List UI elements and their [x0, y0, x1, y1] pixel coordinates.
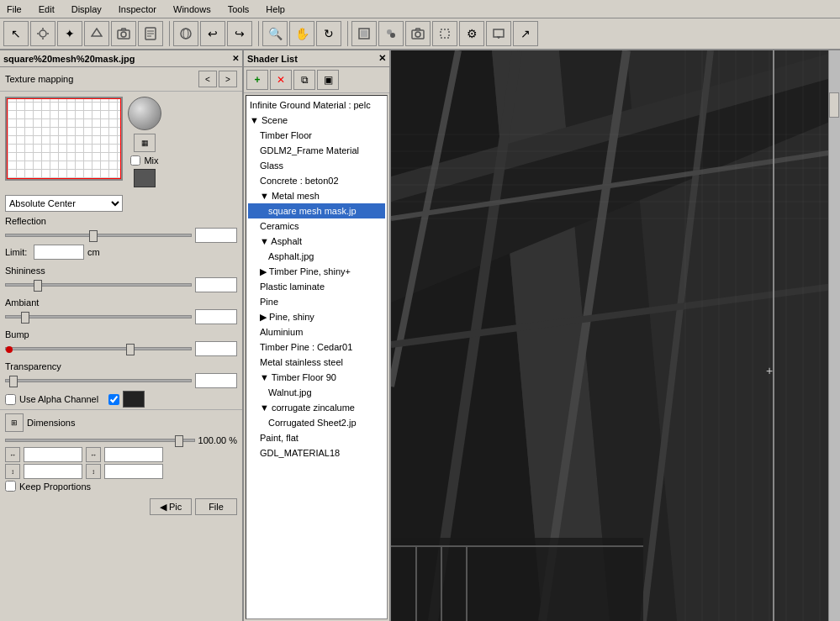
- camera-tool-button[interactable]: [111, 21, 136, 46]
- bump-dot: [6, 346, 13, 353]
- bump-thumb[interactable]: [126, 344, 135, 355]
- settings-button[interactable]: ⚙: [459, 21, 484, 46]
- tree-item-19[interactable]: Walnut.jpg: [248, 385, 385, 400]
- pointer-tool-button[interactable]: ↖: [3, 21, 29, 46]
- nav-prev-button[interactable]: <: [198, 71, 217, 87]
- alpha-checkbox2[interactable]: [108, 394, 119, 405]
- dim-height2-input[interactable]: 20.00 cm: [104, 464, 163, 479]
- svg-rect-21: [494, 29, 504, 37]
- render-button[interactable]: [351, 21, 377, 46]
- pan-button[interactable]: ✋: [289, 21, 314, 46]
- shininess-row: 2.00: [5, 277, 237, 292]
- crop-button[interactable]: [432, 21, 457, 46]
- redo-button[interactable]: ↪: [227, 21, 252, 46]
- v-scrollbar-thumb[interactable]: [829, 92, 839, 118]
- transparency-input[interactable]: 0.00: [195, 373, 237, 388]
- tree-item-6[interactable]: ▼ Metal mesh: [248, 188, 385, 203]
- tree-item-4[interactable]: Glass: [248, 158, 385, 173]
- bump-slider[interactable]: [5, 347, 192, 350]
- pic-button[interactable]: ◀ Pic: [150, 498, 192, 515]
- menu-tools[interactable]: Tools: [225, 3, 253, 16]
- shininess-input[interactable]: 2.00: [195, 277, 237, 292]
- reflection-thumb[interactable]: [89, 230, 98, 242]
- reflection-slider[interactable]: [5, 234, 192, 237]
- mix-checkbox[interactable]: [130, 155, 140, 166]
- shininess-thumb[interactable]: [34, 280, 42, 292]
- tree-item-7[interactable]: square mesh mask.jp: [248, 203, 385, 218]
- tree-item-label-21: Corrugated Sheet2.jp: [268, 416, 357, 429]
- dim-width2-input[interactable]: 00.00 cm: [104, 447, 163, 462]
- snapshot-button[interactable]: [405, 21, 431, 46]
- menu-windows[interactable]: Windows: [170, 3, 214, 16]
- tree-item-1[interactable]: ▼ Scene: [248, 113, 385, 128]
- zoom-button[interactable]: 🔍: [262, 21, 288, 46]
- bump-input[interactable]: 1: [195, 341, 237, 356]
- tree-item-5[interactable]: Concrete : beton02: [248, 173, 385, 188]
- tree-item-13[interactable]: Pine: [248, 294, 385, 309]
- material-button[interactable]: [378, 21, 404, 46]
- menu-help[interactable]: Help: [262, 3, 288, 16]
- orbit-tool-button[interactable]: [173, 21, 198, 46]
- ambient-slider[interactable]: [5, 315, 192, 318]
- bump-row: 1: [5, 341, 237, 356]
- tree-item-20[interactable]: ▼ corrugate zincalume: [248, 400, 385, 415]
- svg-rect-20: [441, 29, 449, 38]
- mapping-dropdown[interactable]: Absolute Center Stretch Tile Mirror: [5, 195, 123, 212]
- ambient-input[interactable]: 0.06: [195, 309, 237, 324]
- reflection-input[interactable]: 56.00: [195, 228, 237, 243]
- shader-close-button[interactable]: ✕: [378, 53, 386, 64]
- keep-proportions-checkbox[interactable]: [5, 481, 16, 492]
- tree-item-14[interactable]: ▶ Pine, shiny: [248, 309, 385, 324]
- alpha-checkbox[interactable]: [5, 394, 16, 405]
- export-button[interactable]: ↗: [513, 21, 538, 46]
- menu-file[interactable]: File: [3, 3, 25, 16]
- menu-display[interactable]: Display: [68, 3, 105, 16]
- tree-item-2[interactable]: Timber Floor: [248, 128, 385, 143]
- left-panel-close[interactable]: ✕: [232, 54, 239, 63]
- sun-tool-button[interactable]: ✦: [57, 21, 82, 46]
- tree-item-16[interactable]: Timber Pine : Cedar01: [248, 339, 385, 355]
- rotate-button[interactable]: ↻: [316, 21, 341, 46]
- tree-item-8[interactable]: Ceramics: [248, 218, 385, 234]
- menu-edit[interactable]: Edit: [35, 3, 58, 16]
- document-tool-button[interactable]: [138, 21, 163, 46]
- light-tool-button[interactable]: [30, 21, 55, 46]
- small-btn-1[interactable]: ▦: [134, 134, 156, 152]
- transparency-slider[interactable]: [5, 379, 192, 382]
- transparency-thumb[interactable]: [9, 376, 18, 387]
- tree-item-11[interactable]: ▶ Timber Pine, shiny+: [248, 264, 385, 279]
- dim-width1-input[interactable]: 00.00 cm: [24, 447, 82, 462]
- shader-delete-button[interactable]: ✕: [270, 70, 292, 90]
- dimensions-thumb[interactable]: [175, 435, 183, 447]
- tree-item-3[interactable]: GDLM2_Frame Material: [248, 143, 385, 158]
- dimensions-section: ⊞ Dimensions 100.00 % ↔ 00.00 cm ↔ 00.00…: [0, 409, 242, 495]
- color-swatch[interactable]: [134, 169, 156, 187]
- tree-item-9[interactable]: ▼ Asphalt: [248, 234, 385, 249]
- shininess-slider[interactable]: [5, 283, 192, 287]
- limit-input[interactable]: 0.00: [34, 245, 84, 260]
- undo-button[interactable]: ↩: [200, 21, 225, 46]
- display-button[interactable]: [486, 21, 511, 46]
- v-scrollbar[interactable]: [828, 50, 840, 621]
- width-icon2: ↔: [86, 447, 101, 462]
- dim-height1-input[interactable]: 20.00 cm: [24, 464, 82, 479]
- tree-item-10[interactable]: Asphalt.jpg: [248, 249, 385, 264]
- file-button[interactable]: File: [195, 498, 237, 515]
- tree-item-15[interactable]: Aluminium: [248, 324, 385, 339]
- shader-duplicate-button[interactable]: ⧉: [293, 70, 315, 90]
- nav-next-button[interactable]: >: [219, 71, 237, 87]
- texture-preview-area: ▦ Mix: [0, 92, 242, 192]
- tree-item-17[interactable]: Metal stainless steel: [248, 355, 385, 370]
- tree-item-12[interactable]: Plastic laminate: [248, 279, 385, 294]
- tree-item-23[interactable]: GDL_MATERIAL18: [248, 445, 385, 460]
- tree-item-18[interactable]: ▼ Timber Floor 90: [248, 370, 385, 385]
- tree-item-22[interactable]: Paint, flat: [248, 430, 385, 445]
- tree-item-0[interactable]: Infinite Ground Material : pelc: [248, 97, 385, 113]
- dimensions-slider[interactable]: [5, 439, 195, 442]
- tree-item-21[interactable]: Corrugated Sheet2.jp: [248, 415, 385, 430]
- shader-add-button[interactable]: +: [246, 70, 268, 90]
- menu-inspector[interactable]: Inspector: [115, 3, 160, 16]
- shader-settings-button[interactable]: ▣: [317, 70, 339, 90]
- object-tool-button[interactable]: [84, 21, 109, 46]
- ambient-thumb[interactable]: [21, 312, 29, 324]
